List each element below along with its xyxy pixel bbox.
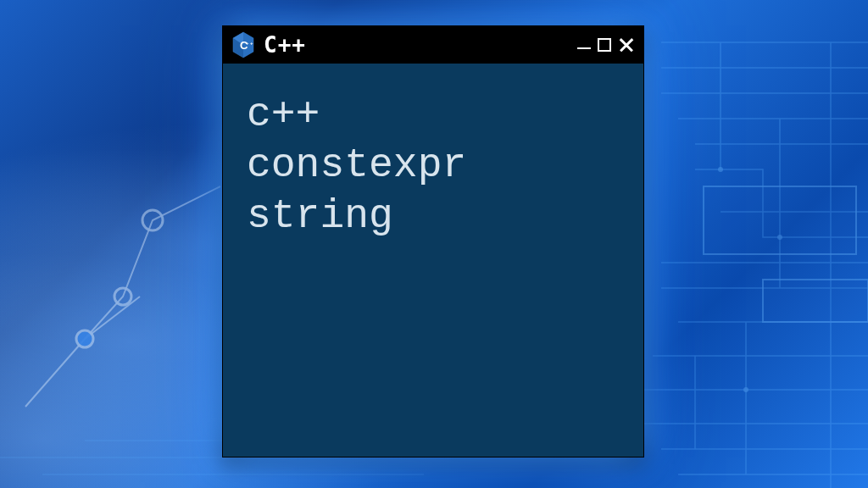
close-button[interactable] [618, 36, 635, 53]
minimize-button[interactable] [577, 41, 591, 49]
code-line-3: string [247, 193, 393, 239]
svg-text:+: + [246, 41, 249, 46]
code-line-1: c++ [247, 92, 320, 137]
app-window: C + + C++ c++ constexpr string [222, 25, 644, 458]
svg-rect-4 [763, 280, 868, 322]
window-controls-group [577, 36, 635, 53]
code-line-2: constexpr [247, 142, 466, 188]
code-content: c++ constexpr string [247, 89, 620, 241]
svg-point-5 [76, 330, 93, 347]
svg-rect-3 [704, 186, 856, 254]
window-body: c++ constexpr string [223, 64, 643, 267]
titlebar-left-group: C + + C++ [231, 31, 306, 58]
maximize-button[interactable] [598, 38, 611, 52]
cpp-language-icon: C + + [231, 31, 255, 58]
window-titlebar[interactable]: C + + C++ [223, 26, 643, 64]
svg-point-2 [743, 387, 748, 392]
svg-text:+: + [250, 41, 253, 46]
svg-point-0 [718, 167, 723, 172]
window-title: C++ [264, 32, 306, 58]
